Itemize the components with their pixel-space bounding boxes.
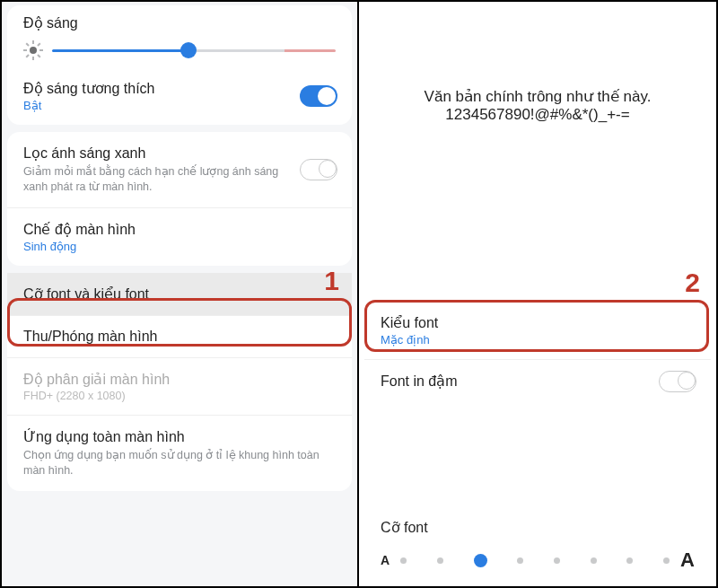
adaptive-brightness-title: Độ sáng tương thích bbox=[23, 80, 337, 97]
screen-mode-row[interactable]: Chế độ màn hình Sinh động bbox=[7, 207, 352, 266]
font-size-step[interactable] bbox=[663, 557, 670, 564]
screen-mode-title: Chế độ màn hình bbox=[23, 221, 337, 238]
bold-font-toggle[interactable] bbox=[659, 371, 696, 392]
font-style-card: Kiểu font Mặc định Font in đậm bbox=[364, 302, 711, 402]
font-size-step[interactable] bbox=[554, 557, 560, 564]
blue-light-title: Lọc ánh sáng xanh bbox=[23, 145, 337, 162]
screen-zoom-row[interactable]: Thu/Phóng màn hình bbox=[7, 315, 352, 357]
font-size-slider[interactable]: A A bbox=[381, 549, 695, 572]
font-size-step[interactable] bbox=[517, 557, 523, 564]
brightness-slider[interactable] bbox=[52, 42, 336, 58]
preview-line-1: Văn bản chính trông như thế này. bbox=[375, 87, 700, 106]
display-options-card: Lọc ánh sáng xanh Giảm mỏi mắt bằng cách… bbox=[7, 132, 352, 266]
font-size-step[interactable] bbox=[626, 557, 633, 564]
adaptive-brightness-status: Bật bbox=[23, 99, 337, 112]
screen-zoom-title: Thu/Phóng màn hình bbox=[23, 329, 337, 345]
blue-light-toggle[interactable] bbox=[300, 159, 337, 180]
bold-font-title: Font in đậm bbox=[381, 373, 696, 390]
a-large-icon: A bbox=[680, 549, 695, 572]
font-size-step[interactable] bbox=[437, 557, 443, 564]
font-size-step-active[interactable] bbox=[474, 554, 487, 567]
brightness-card: Độ sáng bbox=[7, 5, 352, 125]
blue-light-desc: Giảm mỏi mắt bằng cách hạn chế lượng ánh… bbox=[23, 164, 337, 195]
font-style-title: Kiểu font bbox=[381, 314, 696, 331]
font-card: Cỡ font và kiểu font Thu/Phóng màn hình … bbox=[7, 273, 352, 491]
screen-resolution-value: FHD+ (2280 x 1080) bbox=[23, 390, 337, 402]
brightness-label: Độ sáng bbox=[23, 14, 336, 31]
display-settings-panel: Độ sáng bbox=[2, 2, 359, 586]
font-settings-panel: Văn bản chính trông như thế này. 1234567… bbox=[359, 2, 716, 586]
font-style-value: Mặc định bbox=[381, 333, 696, 347]
a-small-icon: A bbox=[381, 553, 390, 567]
font-size-style-row[interactable]: Cỡ font và kiểu font bbox=[7, 273, 352, 315]
adaptive-brightness-row[interactable]: Độ sáng tương thích Bật bbox=[7, 67, 352, 125]
fullscreen-apps-desc: Chọn ứng dụng bạn muốn sử dụng ở tỉ lệ k… bbox=[23, 448, 337, 478]
screen-mode-value: Sinh động bbox=[23, 240, 337, 253]
preview-line-2: 1234567890!@#%&*()_+-= bbox=[375, 106, 700, 124]
font-size-step[interactable] bbox=[400, 557, 407, 564]
brightness-icon bbox=[23, 40, 43, 60]
spacer bbox=[359, 190, 716, 298]
brightness-thumb[interactable] bbox=[180, 42, 197, 58]
fullscreen-apps-row[interactable]: Ứng dụng toàn màn hình Chọn ứng dụng bạn… bbox=[7, 415, 352, 491]
fullscreen-apps-title: Ứng dụng toàn màn hình bbox=[23, 428, 337, 445]
bold-font-row[interactable]: Font in đậm bbox=[364, 359, 711, 402]
adaptive-brightness-toggle[interactable] bbox=[300, 85, 337, 107]
screen-resolution-title: Độ phân giải màn hình bbox=[23, 371, 337, 388]
font-size-style-title: Cỡ font và kiểu font bbox=[23, 285, 337, 303]
font-style-row[interactable]: Kiểu font Mặc định bbox=[364, 302, 711, 359]
font-preview: Văn bản chính trông như thế này. 1234567… bbox=[359, 2, 716, 190]
font-size-step[interactable] bbox=[591, 557, 597, 564]
screen-resolution-row: Độ phân giải màn hình FHD+ (2280 x 1080) bbox=[7, 357, 352, 415]
font-size-card: Cỡ font A A bbox=[364, 506, 711, 581]
blue-light-filter-row[interactable]: Lọc ánh sáng xanh Giảm mỏi mắt bằng cách… bbox=[7, 132, 352, 207]
font-size-label: Cỡ font bbox=[381, 519, 695, 536]
